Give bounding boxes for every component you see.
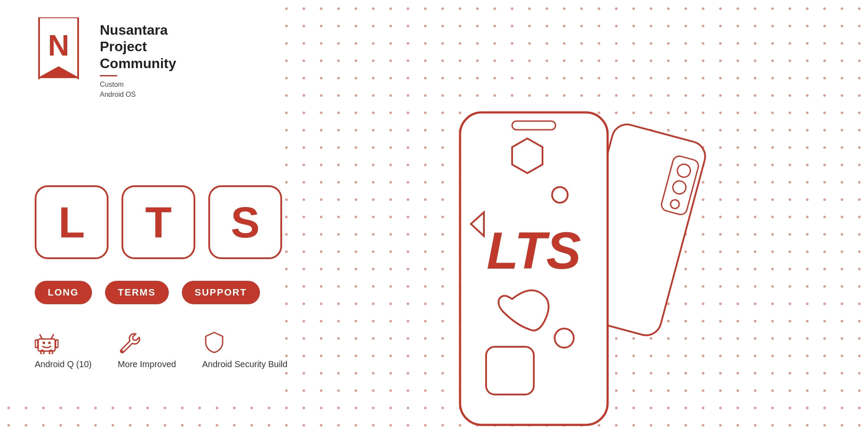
pill-long: LONG — [35, 281, 92, 304]
svg-point-13 — [121, 350, 123, 352]
svg-rect-10 — [56, 340, 58, 348]
wrench-icon — [118, 330, 141, 354]
left-panel: L T S LONG TERMS SUPPORT — [35, 185, 339, 369]
lts-box-t: T — [122, 185, 195, 259]
lts-letter-l: L — [58, 201, 85, 244]
lts-box-l: L — [35, 185, 108, 259]
logo-banner: N — [35, 17, 82, 87]
svg-rect-9 — [35, 340, 38, 348]
shield-icon — [202, 330, 226, 354]
feature-android: Android Q (10) — [35, 330, 92, 369]
lts-letter-s: S — [231, 201, 260, 244]
header: N Nusantara Project Community Custom And… — [0, 0, 868, 99]
feature-security: Android Security Build — [202, 330, 288, 369]
features: Android Q (10) More Improved Android Sec… — [35, 330, 339, 369]
svg-text:LTS: LTS — [487, 221, 581, 279]
svg-rect-11 — [41, 350, 44, 354]
right-panel: LTS — [339, 99, 833, 434]
svg-rect-4 — [38, 339, 55, 351]
svg-point-8 — [48, 342, 51, 344]
phone-illustration: LTS — [434, 99, 738, 434]
android-icon — [35, 330, 59, 354]
lts-boxes: L T S — [35, 185, 339, 259]
center-area: L T S LONG TERMS SUPPORT — [0, 99, 868, 434]
feature-security-label: Android Security Build — [202, 359, 288, 369]
feature-android-label: Android Q (10) — [35, 359, 92, 369]
brand-title: Nusantara Project Community — [100, 22, 176, 72]
brand-subtitle: Custom Android OS — [100, 80, 176, 99]
lts-pills: LONG TERMS SUPPORT — [35, 281, 339, 304]
feature-improved: More Improved — [118, 330, 176, 369]
main-content: N Nusantara Project Community Custom And… — [0, 0, 868, 434]
pill-support: SUPPORT — [182, 281, 260, 304]
svg-point-7 — [43, 342, 45, 344]
lts-letter-t: T — [145, 201, 171, 244]
svg-rect-12 — [49, 350, 53, 354]
svg-text:N: N — [48, 29, 69, 62]
feature-improved-label: More Improved — [118, 359, 176, 369]
pill-terms: TERMS — [105, 281, 169, 304]
lts-box-s: S — [208, 185, 282, 259]
logo-divider — [100, 75, 117, 76]
logo-text: Nusantara Project Community Custom Andro… — [100, 17, 176, 99]
